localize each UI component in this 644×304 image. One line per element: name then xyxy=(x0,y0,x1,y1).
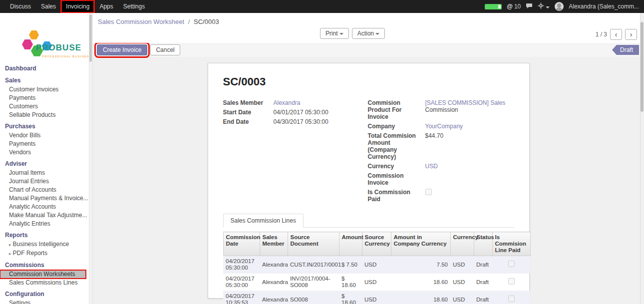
cell-source-currency: USD xyxy=(362,256,391,274)
sidebar-item-vendor-bills[interactable]: Vendor Bills xyxy=(0,131,92,140)
at-icon: @ xyxy=(507,3,513,10)
page-scrollbar[interactable] xyxy=(640,13,644,304)
table-row[interactable]: 04/20/2017 10:35:53 Alexandra SO008 $ 18… xyxy=(223,291,530,304)
sidebar-item-journal-items[interactable]: Journal Items xyxy=(0,169,92,177)
company-link[interactable]: YourCompany xyxy=(425,123,514,130)
field-group-right: Commision Product For Invoice [SALES COM… xyxy=(368,99,514,205)
sidebar-item-analytic-accounts[interactable]: Analytic Accounts xyxy=(0,203,92,211)
sidebar-section-commissions: Commissions xyxy=(0,261,92,270)
sidebar-item-business-intelligence[interactable]: ▸Business Intelligence xyxy=(0,240,92,249)
menu-discuss[interactable]: Discuss xyxy=(5,0,36,13)
col-commission-date[interactable]: Commission Date xyxy=(223,232,260,256)
user-menu[interactable]: Alexandra (Sales_comm... xyxy=(569,3,639,10)
field-start-date: Start Date 04/01/2017 05:30:00 xyxy=(223,109,368,116)
sidebar-item-journal-entries[interactable]: Journal Entries xyxy=(0,177,92,186)
expand-arrow-icon[interactable]: ▸ xyxy=(9,251,11,256)
col-amount[interactable]: Amount xyxy=(339,232,362,256)
cell-amount-company: 18.60 xyxy=(391,291,450,304)
breadcrumb-current: SC/0003 xyxy=(194,18,219,25)
col-is-commission-line-paid[interactable]: Is Commision Line Paid xyxy=(492,232,530,256)
field-total-commission: Total Commision Amount (Company Currency… xyxy=(368,132,514,160)
cell-sales-member: Alexandra xyxy=(260,291,288,304)
action-dropdown-button[interactable]: Action xyxy=(352,28,385,39)
sidebar-item-dashboard[interactable]: Dashboard xyxy=(0,64,92,73)
line-paid-checkbox xyxy=(508,278,515,285)
cell-currency: USD xyxy=(450,274,474,291)
print-dropdown-button[interactable]: Print xyxy=(320,28,349,39)
sidebar-item-settings[interactable]: Settings xyxy=(0,299,92,304)
sidebar-item-chart-of-accounts[interactable]: Chart of Accounts xyxy=(0,186,92,194)
sidebar-item-analytic-entries[interactable]: Analytic Entries xyxy=(0,220,92,228)
create-invoice-button[interactable]: Create Invoice xyxy=(97,44,147,55)
sidebar-item-commission-worksheets[interactable]: Commission Worksheets xyxy=(0,270,86,279)
col-status[interactable]: Status xyxy=(474,232,492,256)
field-end-date: End Date 04/30/2017 05:30:00 xyxy=(223,118,368,125)
sales-member-link[interactable]: Alexandra xyxy=(274,99,368,106)
sidebar-item-manual-payments-invoice[interactable]: Manual Payments & Invoice... xyxy=(0,194,92,203)
logo-hexagon-icon xyxy=(29,30,39,40)
pager-next-button[interactable]: › xyxy=(625,29,637,40)
cell-source-document: CUST.IN/2017/0001 xyxy=(288,256,339,274)
breadcrumb-parent-link[interactable]: Sales Commission Worksheet xyxy=(98,18,184,25)
cell-source-document: SO008 xyxy=(288,291,339,304)
pager-counter: 1 / 3 xyxy=(596,31,607,38)
sidebar: PROBUSE PROFESSIONAL BUSINESS Dashboard … xyxy=(0,13,93,304)
chevron-down-icon xyxy=(339,33,343,35)
developer-tools-icon[interactable] xyxy=(538,2,550,10)
messages-icon[interactable] xyxy=(526,3,533,10)
col-source-document[interactable]: Source Document xyxy=(288,232,339,256)
table-row[interactable]: 04/20/2017 05:30:00 Alexandra INV/2017/0… xyxy=(223,274,530,291)
cell-sales-member: Alexandra xyxy=(260,256,288,274)
sidebar-item-customers[interactable]: Customers xyxy=(0,102,92,111)
sidebar-item-vendors[interactable]: Vendors xyxy=(0,148,92,157)
sidebar-item-make-manual-tax-adjustment[interactable]: Make Manual Tax Adjustme... xyxy=(0,211,92,220)
avatar xyxy=(555,2,564,11)
notebook-tabs: Sales Commission Lines xyxy=(223,213,514,228)
sidebar-scrollbar-thumb[interactable] xyxy=(89,14,92,62)
page-scrollbar-thumb[interactable] xyxy=(641,22,644,112)
cell-amount: $ 18.60 xyxy=(339,291,362,304)
field-label: Sales Member xyxy=(223,99,274,106)
cell-status: Draft xyxy=(474,291,492,304)
total-commission-value: $44.70 xyxy=(425,132,514,139)
field-label: Commision Product For Invoice xyxy=(368,99,425,120)
col-source-currency[interactable]: Source Currency xyxy=(362,232,391,256)
field-commission-invoice: Commission Invoice xyxy=(368,172,514,186)
sidebar-item-payments-purchases[interactable]: Payments xyxy=(0,140,92,148)
pager-previous-button[interactable]: ‹ xyxy=(610,29,622,40)
cell-source-currency: USD xyxy=(362,274,391,291)
commission-lines-table: Commission Date Sales Member Source Docu… xyxy=(223,232,531,304)
menu-settings[interactable]: Settings xyxy=(118,0,150,13)
menu-apps[interactable]: Apps xyxy=(94,0,118,13)
currency-link[interactable]: USD xyxy=(425,163,514,170)
menu-sales[interactable]: Sales xyxy=(36,0,61,13)
table-row[interactable]: 04/20/2017 05:30:00 Alexandra CUST.IN/20… xyxy=(223,256,530,274)
sidebar-nav: Dashboard Sales Customer Invoices Paymen… xyxy=(0,64,92,304)
commission-product-link[interactable]: [SALES COMMISSION] Sales xyxy=(425,99,514,106)
field-label: Currency xyxy=(368,163,425,170)
battery-indicator-icon xyxy=(485,4,502,9)
expand-arrow-icon[interactable]: ▸ xyxy=(9,242,11,247)
control-panel: Sales Commission Worksheet / SC/0003 Pri… xyxy=(93,13,644,43)
sidebar-item-sellable-products[interactable]: Sellable Products xyxy=(0,111,92,119)
field-label: Is Commission Paid xyxy=(368,189,425,203)
activities-button[interactable]: @ 10 xyxy=(507,3,521,10)
menu-invoicing[interactable]: Invoicing xyxy=(61,0,94,13)
sidebar-scrollbar[interactable] xyxy=(89,13,92,304)
sidebar-item-sales-commissions-lines[interactable]: Sales Commissions Lines xyxy=(0,279,92,287)
col-currency[interactable]: Currency xyxy=(450,232,474,256)
field-label: Start Date xyxy=(223,109,274,116)
record-title: SC/0003 xyxy=(223,75,514,88)
tab-sales-commission-lines[interactable]: Sales Commission Lines xyxy=(223,214,304,228)
cancel-button[interactable]: Cancel xyxy=(150,44,180,55)
field-label: Commission Invoice xyxy=(368,172,425,186)
sidebar-item-customer-invoices[interactable]: Customer Invoices xyxy=(0,85,92,94)
cell-amount-company: 18.60 xyxy=(391,274,450,291)
sidebar-item-pdf-reports[interactable]: ▸PDF Reports xyxy=(0,249,92,258)
sidebar-item-payments-sales[interactable]: Payments xyxy=(0,94,92,102)
field-label: Company xyxy=(368,123,425,130)
field-label: End Date xyxy=(223,118,274,125)
col-amount-company-currency[interactable]: Amount in Company Currency xyxy=(391,232,450,256)
line-paid-checkbox xyxy=(508,261,515,267)
col-sales-member[interactable]: Sales Member xyxy=(260,232,288,256)
